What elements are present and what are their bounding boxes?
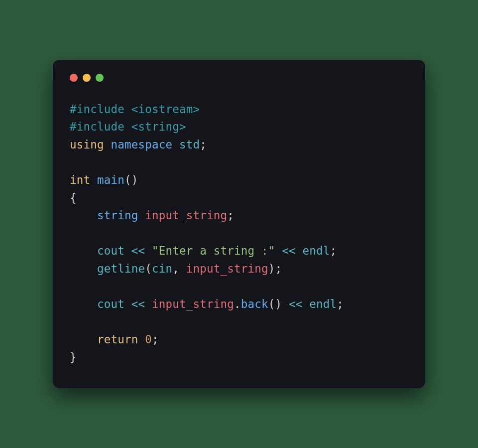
string-literal: "Enter a string :" <box>152 244 275 257</box>
dot: . <box>234 298 241 310</box>
keyword-int: int <box>70 173 90 186</box>
identifier-getline: getline <box>97 262 145 275</box>
preprocessor-line: #include <string> <box>70 120 186 133</box>
operator-insert: << <box>131 244 145 257</box>
semicolon: ; <box>227 209 234 222</box>
rparen: ) <box>131 173 138 186</box>
var-input-string: input_string <box>152 298 234 310</box>
identifier-endl: endl <box>309 298 337 310</box>
var-input-string: input_string <box>186 262 268 275</box>
operator-insert: << <box>282 244 296 257</box>
var-input-string: input_string <box>145 209 227 222</box>
lparen: ( <box>145 262 152 275</box>
window-titlebar <box>70 73 408 83</box>
close-icon[interactable] <box>70 74 78 82</box>
identifier-endl: endl <box>302 244 330 257</box>
operator-insert: << <box>131 298 145 310</box>
semicolon: ; <box>330 244 337 257</box>
lparen: ( <box>124 173 131 186</box>
semicolon: ; <box>337 298 344 310</box>
lparen: ( <box>268 298 275 310</box>
identifier-cout: cout <box>97 244 124 257</box>
rparen: ) <box>275 298 282 310</box>
operator-insert: << <box>289 298 303 310</box>
function-main: main <box>97 173 124 186</box>
keyword-using: using <box>70 138 104 151</box>
code-block: #include <iostream> #include <string> us… <box>70 101 408 366</box>
method-back: back <box>241 298 268 310</box>
identifier-std: std <box>179 138 200 151</box>
zoom-icon[interactable] <box>96 74 104 82</box>
keyword-return: return <box>97 333 138 346</box>
lbrace: { <box>70 191 77 204</box>
number-zero: 0 <box>145 333 152 346</box>
type-string: string <box>97 209 138 222</box>
identifier-cin: cin <box>152 262 172 275</box>
code-window: #include <iostream> #include <string> us… <box>53 60 425 388</box>
preprocessor-line: #include <iostream> <box>70 103 200 116</box>
keyword-namespace: namespace <box>111 138 172 151</box>
semicolon: ; <box>152 333 159 346</box>
rparen: ) <box>268 262 275 275</box>
comma: , <box>172 262 179 275</box>
stage: #include <iostream> #include <string> us… <box>0 0 478 448</box>
rbrace: } <box>70 351 77 364</box>
semicolon: ; <box>275 262 282 275</box>
minimize-icon[interactable] <box>83 74 91 82</box>
semicolon: ; <box>200 138 207 151</box>
identifier-cout: cout <box>97 298 124 310</box>
